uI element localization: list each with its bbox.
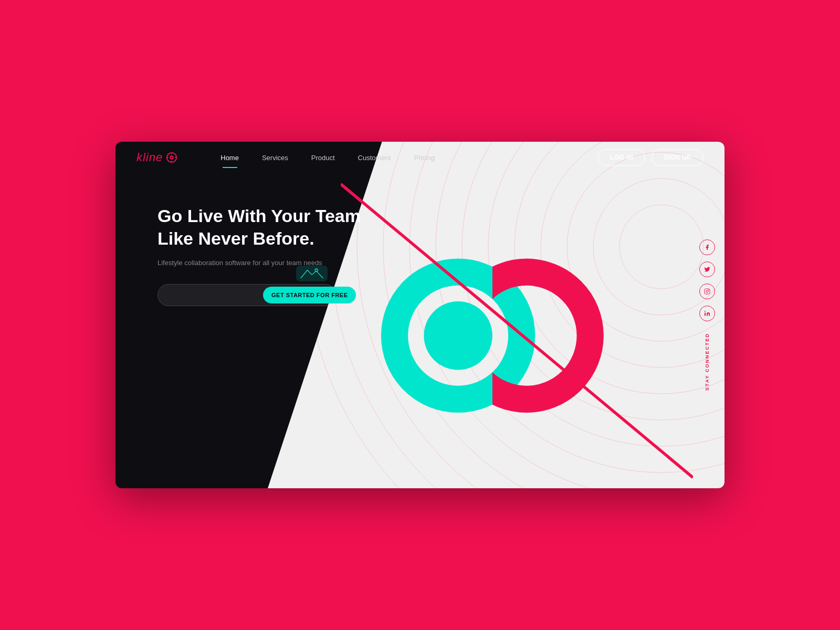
stay-connected-label: STAY CONNECTED (705, 333, 710, 391)
nav-links: Home Services Product Customers Pricing (209, 143, 598, 172)
svg-point-5 (488, 142, 724, 420)
svg-point-22 (424, 301, 492, 370)
nav-item-customers[interactable]: Customers (346, 143, 403, 172)
svg-point-4 (514, 142, 724, 394)
cta-container: GET STARTED FOR FREE (158, 284, 336, 306)
email-field[interactable] (160, 287, 263, 303)
svg-point-10 (357, 142, 724, 488)
mountain-icon (293, 266, 330, 281)
svg-rect-26 (705, 289, 710, 294)
svg-point-29 (705, 311, 706, 312)
navbar: kline Home Services Product Customers Pr… (116, 142, 724, 173)
cta-button[interactable]: GET STARTED FOR FREE (263, 287, 356, 303)
nav-item-services[interactable]: Services (250, 143, 300, 172)
nav-buttons: LOG IN SIGN UP (598, 149, 704, 166)
page-container: kline Home Services Product Customers Pr… (116, 142, 724, 488)
svg-rect-23 (492, 233, 688, 438)
graphic-area (341, 173, 693, 488)
hero-title: Go Live With Your Team Like Never Before… (158, 205, 361, 249)
svg-point-9 (383, 142, 724, 488)
login-button[interactable]: LOG IN (598, 149, 645, 166)
brand-name: kline (136, 151, 163, 164)
svg-point-28 (708, 290, 709, 290)
social-sidebar: STAY CONNECTED (699, 239, 715, 391)
svg-point-21 (395, 272, 522, 399)
svg-point-24 (463, 272, 590, 399)
svg-point-6 (462, 142, 724, 446)
instagram-icon[interactable] (699, 284, 715, 299)
hero-section: Go Live With Your Team Like Never Before… (158, 205, 361, 306)
twitter-icon[interactable] (699, 261, 715, 277)
contour-lines (268, 142, 724, 488)
facebook-icon[interactable] (699, 239, 715, 255)
svg-point-13 (167, 153, 176, 162)
svg-point-11 (331, 142, 724, 488)
svg-point-12 (304, 142, 724, 488)
nav-item-product[interactable]: Product (300, 143, 346, 172)
svg-point-0 (620, 205, 704, 289)
brand-icon (166, 152, 177, 163)
svg-point-3 (541, 142, 724, 368)
svg-point-8 (410, 142, 724, 488)
signup-button[interactable]: SIGN UP (652, 149, 704, 166)
browser-window: kline Home Services Product Customers Pr… (116, 142, 724, 488)
nav-item-pricing[interactable]: Pricing (402, 143, 446, 172)
svg-point-7 (436, 142, 724, 472)
svg-rect-19 (296, 266, 328, 281)
svg-point-27 (706, 290, 708, 292)
nav-item-home[interactable]: Home (209, 143, 250, 172)
diagonal-bg (268, 142, 724, 488)
logo: kline (136, 151, 177, 164)
svg-point-14 (171, 156, 174, 159)
svg-line-25 (341, 184, 693, 477)
right-section (116, 142, 724, 488)
linkedin-icon[interactable] (699, 306, 715, 321)
hero-title-line1: Go Live With Your Team (158, 206, 361, 226)
hero-title-line2: Like Never Before. (158, 228, 314, 248)
